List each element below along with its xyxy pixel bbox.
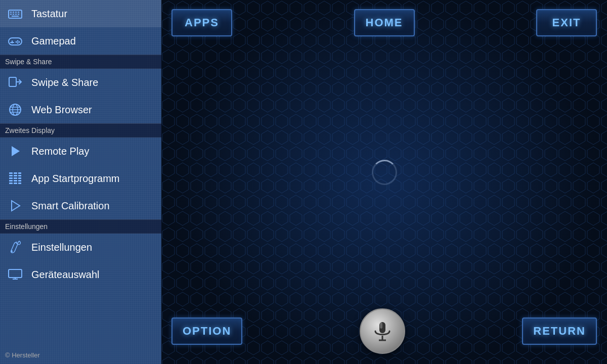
keyboard-icon <box>6 5 24 23</box>
svg-rect-7 <box>15 14 17 15</box>
svg-rect-32 <box>18 177 21 179</box>
svg-rect-5 <box>10 14 12 15</box>
svg-rect-30 <box>9 177 13 179</box>
globe-icon <box>6 101 24 119</box>
svg-rect-2 <box>13 12 14 13</box>
sidebar-item-remote-play[interactable]: Remote Play <box>0 138 161 165</box>
microphone-button[interactable] <box>360 308 405 354</box>
svg-rect-27 <box>9 175 13 176</box>
svg-rect-25 <box>14 172 17 174</box>
svg-rect-31 <box>14 177 17 179</box>
sidebar-item-gerateauswahl[interactable]: Geräteauswahl <box>0 261 161 288</box>
grid-icon <box>6 169 24 188</box>
svg-rect-38 <box>18 183 21 184</box>
svg-point-40 <box>11 250 13 252</box>
svg-marker-23 <box>12 146 20 156</box>
svg-rect-12 <box>10 42 14 43</box>
svg-rect-8 <box>18 14 19 15</box>
sidebar-item-einstellungen-label: Einstellungen <box>31 242 92 253</box>
svg-rect-47 <box>380 323 382 329</box>
home-button[interactable]: HOME <box>354 9 415 36</box>
apps-button[interactable]: APPS <box>171 9 232 36</box>
svg-rect-3 <box>15 12 17 13</box>
section-header-zweites-display: Zweites Display <box>0 123 161 138</box>
svg-rect-36 <box>9 183 13 184</box>
sidebar-item-web-browser[interactable]: Web Browser <box>0 96 161 123</box>
svg-marker-39 <box>12 201 20 211</box>
sidebar-item-swipe-share-label: Swipe & Share <box>31 77 98 88</box>
svg-rect-28 <box>14 175 17 176</box>
option-button[interactable]: OPTION <box>171 317 242 345</box>
center-area <box>171 36 597 308</box>
top-button-row: APPS HOME EXIT <box>171 9 597 36</box>
sidebar-item-smart-calibration[interactable]: Smart Calibration <box>0 192 161 219</box>
play-outline-icon <box>6 197 24 215</box>
svg-rect-6 <box>13 14 14 15</box>
sidebar-item-gerateauswahl-label: Geräteauswahl <box>31 269 100 281</box>
svg-point-15 <box>17 42 19 44</box>
sidebar-item-remote-play-label: Remote Play <box>31 146 90 157</box>
wrench-icon <box>6 238 24 256</box>
svg-rect-9 <box>12 16 19 17</box>
svg-rect-33 <box>9 180 13 181</box>
sidebar-footer: © Hersteller <box>5 351 40 359</box>
loading-spinner <box>372 160 397 185</box>
svg-rect-37 <box>14 183 17 184</box>
sidebar-item-swipe-share[interactable]: Swipe & Share <box>0 69 161 96</box>
svg-rect-26 <box>18 172 21 174</box>
svg-rect-29 <box>18 175 21 176</box>
section-header-swipe-share: Swipe & Share <box>0 55 161 69</box>
return-button[interactable]: RETURN <box>522 317 597 345</box>
svg-rect-34 <box>14 180 17 181</box>
sidebar-item-app-startprogramm[interactable]: App Startprogramm <box>0 165 161 192</box>
sidebar-item-smart-calibration-label: Smart Calibration <box>31 200 110 212</box>
svg-point-16 <box>16 41 17 43</box>
swipe-icon <box>6 73 24 92</box>
svg-rect-17 <box>9 77 16 86</box>
monitor-icon <box>6 265 24 284</box>
play-icon <box>6 142 24 160</box>
microphone-icon <box>371 320 394 342</box>
svg-rect-4 <box>18 12 19 13</box>
svg-rect-1 <box>10 12 12 13</box>
svg-rect-41 <box>9 269 22 278</box>
sidebar: Tastatur Gamepad Swipe & Share Swip <box>0 0 161 364</box>
sidebar-item-einstellungen[interactable]: Einstellungen <box>0 234 161 261</box>
svg-point-14 <box>19 41 20 43</box>
section-header-einstellungen: Einstellungen <box>0 219 161 234</box>
svg-rect-24 <box>9 172 13 174</box>
svg-point-13 <box>17 40 19 42</box>
bottom-button-row: OPTION RETURN <box>171 308 597 354</box>
sidebar-item-app-startprogramm-label: App Startprogramm <box>31 173 120 185</box>
main-area: APPS HOME EXIT OPTION RETURN <box>161 0 607 364</box>
svg-rect-35 <box>18 180 21 181</box>
exit-button[interactable]: EXIT <box>536 9 597 36</box>
sidebar-item-web-browser-label: Web Browser <box>31 104 92 116</box>
sidebar-item-gamepad[interactable]: Gamepad <box>0 27 161 55</box>
sidebar-item-tastatur[interactable]: Tastatur <box>0 0 161 27</box>
gamepad-icon <box>6 32 24 50</box>
sidebar-item-gamepad-label: Gamepad <box>31 35 76 47</box>
sidebar-item-tastatur-label: Tastatur <box>31 8 67 20</box>
